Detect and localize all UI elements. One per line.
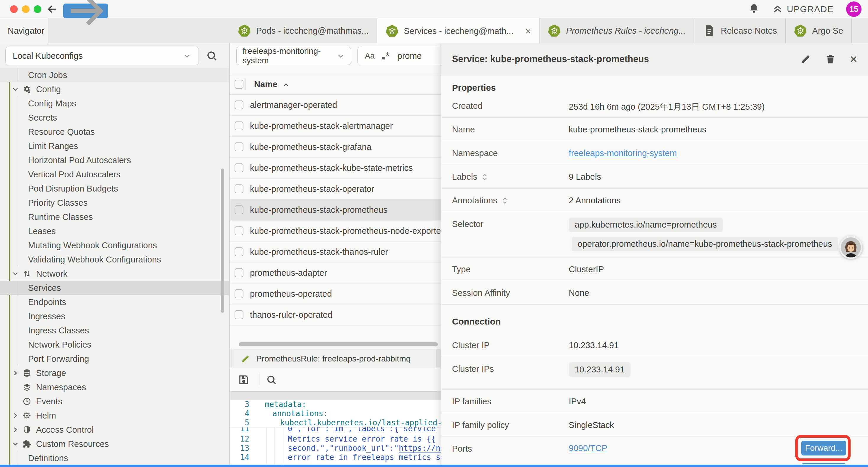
table-horizontal-scrollbar[interactable] xyxy=(239,342,438,346)
table-row-kube-prometheus-stack-thanos-ruler[interactable]: kube-prometheus-stack-thanos-ruler xyxy=(230,241,446,262)
notifications-bell-icon[interactable] xyxy=(748,2,760,16)
sidebar-item-validating-webhook-configurations[interactable]: Validating Webhook Configurations xyxy=(0,253,229,267)
filter-search-input[interactable]: Aa * prome xyxy=(358,47,445,65)
sidebar-item-vertical-pod-autoscalers[interactable]: Vertical Pod Autoscalers xyxy=(0,167,229,181)
chevron-right-icon[interactable] xyxy=(11,369,23,377)
editor-line-4[interactable]: 4annotations: xyxy=(230,409,446,418)
sidebar-item-network[interactable]: Network xyxy=(0,267,229,281)
port-link[interactable]: 9090/TCP xyxy=(569,443,608,453)
sidebar-item-helm[interactable]: Helm xyxy=(0,408,229,423)
sort-ascending-icon[interactable] xyxy=(282,81,290,87)
sidebar-item-leases[interactable]: Leases xyxy=(0,224,229,238)
select-all-checkbox[interactable] xyxy=(235,80,243,89)
sidebar-scrollbar[interactable] xyxy=(221,169,224,313)
presence-avatar[interactable] xyxy=(839,236,862,259)
tab-services-icecheng-math[interactable]: Services - icecheng@math...× xyxy=(377,18,539,43)
edit-pencil-icon[interactable] xyxy=(800,54,811,65)
unfold-toggle-icon[interactable] xyxy=(501,196,508,205)
chevron-right-icon[interactable] xyxy=(11,425,23,434)
editor-search-icon[interactable] xyxy=(266,374,277,386)
sidebar-item-config-maps[interactable]: Config Maps xyxy=(0,96,229,111)
editor-line-13[interactable]: 13second.","runbook_url":"https://netc xyxy=(230,443,446,453)
save-icon[interactable] xyxy=(238,374,250,386)
row-checkbox[interactable] xyxy=(235,289,243,298)
row-checkbox[interactable] xyxy=(235,184,243,193)
drawer-close-icon[interactable]: × xyxy=(850,53,857,66)
delete-trash-icon[interactable] xyxy=(825,54,836,65)
sidebar-item-cron-jobs[interactable]: Cron Jobs xyxy=(0,68,229,82)
sidebar-item-horizontal-pod-autoscalers[interactable]: Horizontal Pod Autoscalers xyxy=(0,153,229,167)
sidebar-item-namespaces[interactable]: Namespaces xyxy=(0,380,229,394)
forward-arrow-icon[interactable] xyxy=(63,4,108,18)
forward-button[interactable]: Forward... xyxy=(801,463,846,464)
sidebar-item-definitions[interactable]: Definitions xyxy=(0,451,229,465)
sidebar-item-custom-resources[interactable]: Custom Resources xyxy=(0,437,229,451)
sidebar-item-network-policies[interactable]: Network Policies xyxy=(0,338,229,352)
sidebar-search-icon[interactable] xyxy=(206,50,218,62)
navigator-panel-tab[interactable]: Navigator xyxy=(0,18,49,43)
table-row-thanos-ruler-operated[interactable]: thanos-ruler-operated xyxy=(230,304,446,325)
unfold-toggle-icon[interactable] xyxy=(481,173,488,181)
tab-pods-icecheng-mathmas[interactable]: Pods - icecheng@mathmas... xyxy=(229,18,377,43)
sidebar-item-endpoints[interactable]: Endpoints xyxy=(0,295,229,309)
editor-line-5[interactable]: 5kubectl.kubernetes.io/last-applied-conf… xyxy=(230,418,446,427)
zoom-window-button[interactable] xyxy=(34,5,41,13)
tab-release-notes[interactable]: Release Notes xyxy=(694,18,785,43)
row-checkbox[interactable] xyxy=(235,226,243,235)
row-checkbox[interactable] xyxy=(235,100,243,109)
sidebar-item-secrets[interactable]: Secrets xyxy=(0,111,229,125)
table-row-kube-prometheus-stack-operator[interactable]: kube-prometheus-stack-operator xyxy=(230,178,446,200)
table-row-prometheus-operated[interactable]: prometheus-operated xyxy=(230,284,446,304)
sidebar-item-resource-quotas[interactable]: Resource Quotas xyxy=(0,125,229,139)
chevron-down-icon[interactable] xyxy=(11,85,23,94)
close-window-button[interactable] xyxy=(10,5,18,13)
sidebar-item-port-forwarding[interactable]: Port Forwarding xyxy=(0,352,229,366)
back-arrow-icon[interactable] xyxy=(47,4,58,15)
yaml-editor[interactable]: 3metadata:4annotations:5kubectl.kubernet… xyxy=(230,400,446,465)
regex-toggle[interactable]: * xyxy=(382,50,390,62)
editor-tab-prometheusrule[interactable]: PrometheusRule: freeleaps-prod-rabbitmq xyxy=(231,349,436,368)
row-checkbox[interactable] xyxy=(235,205,243,214)
table-row-kube-prometheus-stack-alertmanager[interactable]: kube-prometheus-stack-alertmanager xyxy=(230,116,446,137)
account-notification-badge[interactable]: 15 xyxy=(846,1,862,17)
editor-line-11[interactable]: 110","for":"1m","labels":{"service":" xyxy=(230,427,446,434)
match-case-toggle[interactable]: Aa xyxy=(365,52,375,61)
namespace-selector[interactable]: freeleaps-monitoring-system xyxy=(236,47,351,65)
editor-line-12[interactable]: 12Metrics service error rate is {{ $val xyxy=(230,434,446,443)
sidebar-item-limit-ranges[interactable]: Limit Ranges xyxy=(0,139,229,153)
chevron-down-icon[interactable] xyxy=(11,269,23,278)
table-row-kube-prometheus-stack-prometheus-node-ex[interactable]: kube-prometheus-stack-prometheus-node-ex… xyxy=(230,221,446,241)
row-checkbox[interactable] xyxy=(235,121,243,130)
sidebar-item-storage[interactable]: Storage xyxy=(0,366,229,380)
sidebar-item-priority-classes[interactable]: Priority Classes xyxy=(0,196,229,210)
kubeconfig-selector[interactable]: Local Kubeconfigs xyxy=(5,47,199,65)
table-row-kube-prometheus-stack-prometheus[interactable]: kube-prometheus-stack-prometheus xyxy=(230,200,446,221)
row-checkbox[interactable] xyxy=(235,247,243,256)
table-row-kube-prometheus-stack-kube-state-metrics[interactable]: kube-prometheus-stack-kube-state-metrics xyxy=(230,157,446,178)
editor-line-14[interactable]: 14error rate in freeleaps metrics serv xyxy=(230,453,446,462)
tab-argo-se[interactable]: Argo Se xyxy=(785,18,852,43)
name-column-header[interactable]: Name xyxy=(254,80,277,89)
row-checkbox[interactable] xyxy=(235,310,243,319)
upgrade-button[interactable]: UPGRADE xyxy=(773,4,834,14)
table-row-alertmanager-operated[interactable]: alertmanager-operated xyxy=(230,95,446,116)
row-checkbox[interactable] xyxy=(235,268,243,277)
row-checkbox[interactable] xyxy=(235,164,243,172)
row-checkbox[interactable] xyxy=(235,143,243,151)
sidebar-item-mutating-webhook-configurations[interactable]: Mutating Webhook Configurations xyxy=(0,238,229,253)
sidebar-item-config[interactable]: Config xyxy=(0,82,229,96)
sidebar-item-ingresses[interactable]: Ingresses xyxy=(0,309,229,323)
chevron-right-icon[interactable] xyxy=(11,411,23,420)
sidebar-item-ingress-classes[interactable]: Ingress Classes xyxy=(0,323,229,338)
minimize-window-button[interactable] xyxy=(22,5,30,13)
sidebar-item-runtime-classes[interactable]: Runtime Classes xyxy=(0,210,229,224)
forward-button[interactable]: Forward... xyxy=(801,441,846,456)
editor-line-3[interactable]: 3metadata: xyxy=(230,400,446,409)
sidebar-item-pod-disruption-budgets[interactable]: Pod Disruption Budgets xyxy=(0,181,229,196)
sidebar-item-services[interactable]: Services xyxy=(0,281,229,295)
tab-close-icon[interactable]: × xyxy=(525,26,531,36)
chevron-down-icon[interactable] xyxy=(11,439,23,448)
table-row-kube-prometheus-stack-grafana[interactable]: kube-prometheus-stack-grafana xyxy=(230,137,446,157)
tab-prometheus-rules-icecheng[interactable]: Prometheus Rules - icecheng... xyxy=(539,18,694,43)
sidebar-item-access-control[interactable]: Access Control xyxy=(0,423,229,437)
